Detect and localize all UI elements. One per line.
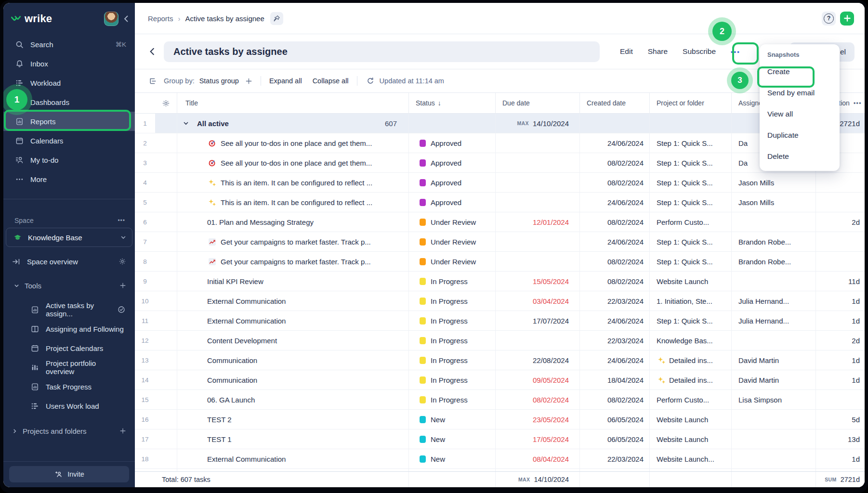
table-row[interactable]: 17 TEST 1 New 17/05/2024 06/05/2024 Webs…: [135, 429, 865, 449]
menu-item-view-all[interactable]: View all: [760, 104, 840, 125]
table-row[interactable]: 6 01. Plan and Messaging Strategy Under …: [135, 212, 865, 232]
breadcrumb-reports[interactable]: Reports: [148, 14, 173, 23]
sidebar-item-space-overview[interactable]: Space overview: [3, 252, 135, 271]
table-row[interactable]: 7 Get your campaigns to market faster. T…: [135, 232, 865, 252]
cell-rownum: 7: [135, 232, 155, 251]
cell-duration: 1d: [815, 311, 865, 330]
sidebar: wrike Search ⌘K Inbox Workload Dashboard…: [3, 3, 135, 487]
sidebar-item-active-tasks-by-assign[interactable]: Active tasks by assign...: [3, 300, 135, 319]
table-row[interactable]: 10 External Communication In Progress 03…: [135, 291, 865, 311]
sidebar-item-assigning-and-following[interactable]: Assigning and Following: [3, 319, 135, 338]
table-group-row[interactable]: 1 All active 607 MAX 14/10/2024: [135, 114, 865, 133]
sort-desc-icon: ↓: [438, 99, 441, 107]
status-swatch: [420, 258, 426, 265]
table-row[interactable]: 11 External Communication In Progress 17…: [135, 311, 865, 331]
add-group-icon[interactable]: [245, 78, 252, 85]
sidebar-item-my-to-do[interactable]: My to-do: [3, 150, 135, 169]
table-row[interactable]: 15 06. GA Launch In Progress 08/02/2024 …: [135, 390, 865, 410]
cell-duration: 2d: [815, 212, 865, 232]
updated-text: Updated at 11:14 am: [380, 77, 444, 85]
bell-icon: [14, 60, 24, 68]
sidebar-item-tools[interactable]: Tools: [3, 276, 135, 295]
table-row[interactable]: 2 See all your to-dos in one place and g…: [135, 133, 865, 153]
plus-icon[interactable]: [119, 282, 126, 289]
cell-due-date: [495, 252, 579, 271]
cell-title: 06. GA Launch: [177, 390, 408, 409]
report-title-input[interactable]: Active tasks by assignee: [164, 41, 600, 62]
column-header-created-date[interactable]: Created date: [579, 93, 649, 113]
space-more-icon[interactable]: •••: [118, 217, 125, 224]
toolbar-divider: [261, 76, 261, 86]
column-header-project[interactable]: Project or folder: [649, 93, 731, 113]
pin-button[interactable]: [270, 12, 283, 25]
cell-status: Approved: [408, 173, 495, 192]
cell-duration: 1d: [815, 291, 865, 311]
sidebar-item-inbox[interactable]: Inbox: [3, 54, 135, 73]
expand-all-button[interactable]: Expand all: [269, 77, 302, 85]
sidebar-item-workload[interactable]: Workload: [3, 73, 135, 92]
table-body: 1 All active 607 MAX 14/10/2024: [135, 114, 865, 471]
menu-item-duplicate[interactable]: Duplicate: [760, 125, 840, 146]
table-row[interactable]: 16 TEST 2 New 23/05/2024 06/05/2024 Webs…: [135, 410, 865, 429]
edit-button[interactable]: Edit: [620, 47, 633, 56]
column-options-icon[interactable]: •••: [854, 100, 862, 106]
group-by-value[interactable]: Status group: [199, 77, 239, 85]
cell-project: Website Launch...: [649, 449, 731, 468]
more-options-button[interactable]: •••: [731, 48, 740, 55]
sidebar-item-users-work-load[interactable]: Users Work load: [3, 396, 135, 415]
sidebar-item-project-calendars[interactable]: Project Calendars: [3, 338, 135, 358]
invite-button[interactable]: Invite: [9, 466, 129, 482]
table-row[interactable]: 9 Initial KPI Review In Progress 15/05/2…: [135, 272, 865, 291]
collapse-all-button[interactable]: Collapse all: [313, 77, 349, 85]
cell-rownum: 13: [135, 350, 155, 370]
sidebar-item-projects-and-folders[interactable]: Projects and folders: [3, 421, 135, 441]
menu-item-create[interactable]: Create: [760, 61, 840, 82]
sidebar-item-project-portfolio-overview[interactable]: Project portfolio overview: [3, 358, 135, 377]
table-row[interactable]: 4 This is an item. It can be configured …: [135, 173, 865, 193]
cell-status: In Progress: [408, 311, 495, 330]
table-row[interactable]: 14 Communication In Progress 09/05/2024 …: [135, 370, 865, 390]
menu-item-delete[interactable]: Delete: [760, 146, 840, 167]
create-new-button[interactable]: [840, 12, 854, 26]
footer-sum: SUM 2721d: [815, 472, 865, 487]
workload-icon: [14, 79, 24, 87]
sidebar-item-knowledge-base[interactable]: Knowledge Base: [6, 228, 132, 247]
sidebar-item-search[interactable]: Search ⌘K: [3, 35, 135, 54]
last-updated[interactable]: Updated at 11:14 am: [366, 77, 444, 85]
table-row[interactable]: 8 Get your campaigns to market faster. T…: [135, 252, 865, 272]
column-header-title[interactable]: Title: [177, 93, 408, 113]
cell-due-date: [495, 193, 579, 212]
table-row[interactable]: 13 Communication In Progress 22/08/2024 …: [135, 350, 865, 370]
cell-assignee: [731, 429, 815, 449]
menu-item-send-by-email[interactable]: Send by email: [760, 82, 840, 104]
sidebar-item-reports[interactable]: Reports: [3, 112, 135, 131]
cell-project: Website Launch: [649, 272, 731, 291]
table-row[interactable]: 18 External Communication New 08/04/2024…: [135, 449, 865, 469]
cell-duration: [815, 173, 865, 192]
table-row[interactable]: 5 This is an item. It can be configured …: [135, 193, 865, 212]
subscribe-button[interactable]: Subscribe: [683, 47, 716, 56]
table-settings-button[interactable]: [155, 93, 177, 113]
footer-max: MAX 14/10/2024: [495, 472, 579, 487]
table-row[interactable]: 12 Content Development In Progress 22/03…: [135, 331, 865, 350]
cell-rownum: 14: [135, 370, 155, 389]
column-header-status[interactable]: Status↓: [408, 93, 495, 113]
sidebar-item-task-progress[interactable]: Task Progress: [3, 377, 135, 396]
help-button[interactable]: ?: [822, 12, 836, 26]
avatar[interactable]: [104, 12, 118, 26]
target-icon: [207, 159, 217, 167]
sidebar-item-calendars[interactable]: Calendars: [3, 131, 135, 150]
cell-due-date: [495, 173, 579, 192]
cell-duration: 13d: [815, 429, 865, 449]
column-header-due-date[interactable]: Due date: [495, 93, 579, 113]
back-button[interactable]: [148, 47, 157, 56]
sidebar-collapse-icon[interactable]: [122, 15, 130, 23]
collapse-group-icon[interactable]: [183, 120, 189, 126]
chevron-down-icon[interactable]: [120, 234, 126, 240]
table-row[interactable]: 3 See all your to-dos in one place and g…: [135, 153, 865, 173]
cell-duration: [815, 232, 865, 251]
sidebar-item-more[interactable]: More: [3, 169, 135, 189]
plus-icon[interactable]: [119, 428, 126, 434]
gear-icon[interactable]: [118, 258, 126, 265]
share-button[interactable]: Share: [648, 47, 668, 56]
